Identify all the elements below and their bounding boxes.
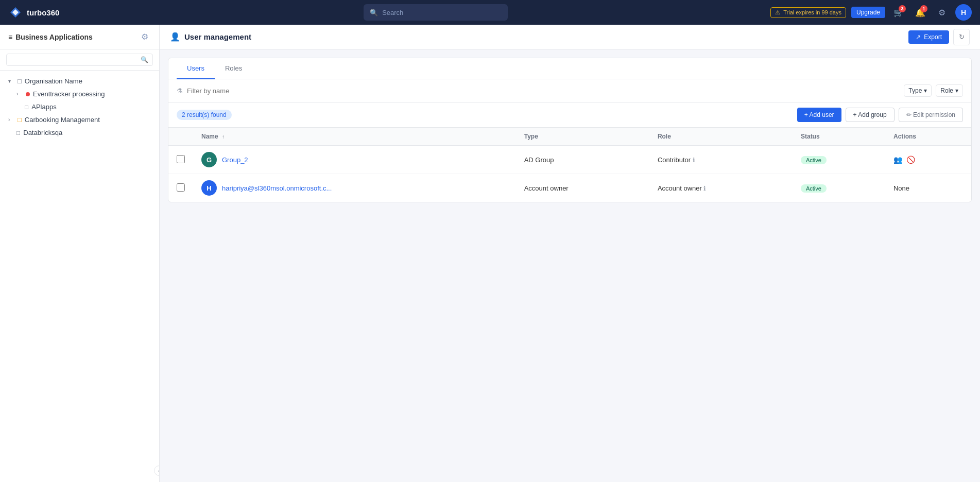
page-title: 👤 User management xyxy=(170,32,251,42)
filter-dropdowns: Type ▾ Role ▾ xyxy=(904,84,963,97)
remove-user-icon[interactable]: 🚫 xyxy=(906,156,915,164)
row-type-cell: AD Group xyxy=(516,146,649,174)
sidebar-search-area: 🔍 xyxy=(0,49,159,71)
manage-users-icon[interactable]: 👥 xyxy=(893,156,902,164)
folder-orange-icon: □ xyxy=(18,116,22,124)
sidebar-item-label-eventtracker: Eventtracker processing xyxy=(33,90,105,98)
user-name-link[interactable]: Group_2 xyxy=(222,156,248,164)
gear-icon: ⚙ xyxy=(938,8,945,18)
user-management-icon: 👤 xyxy=(170,32,180,42)
header-status: Status xyxy=(793,128,885,146)
sidebar-item-label-aplapps: APlapps xyxy=(31,103,56,111)
search-bar[interactable]: 🔍 xyxy=(364,4,508,21)
sidebar-item-carbooking[interactable]: › □ Carbooking Management xyxy=(0,113,159,126)
sidebar-search-bar[interactable]: 🔍 xyxy=(6,54,153,66)
notifications-cart-button[interactable]: 🛒 3 xyxy=(890,4,907,21)
status-badge: Active xyxy=(801,156,827,164)
search-area: 🔍 xyxy=(107,4,764,21)
chevron-down-icon: ▾ xyxy=(955,87,958,94)
add-user-button[interactable]: + Add user xyxy=(797,108,841,122)
sidebar-item-label-org: Organisation Name xyxy=(25,77,82,85)
refresh-icon: ↻ xyxy=(959,33,965,41)
search-icon: 🔍 xyxy=(370,9,378,16)
sidebar-item-label-carbooking: Carbooking Management xyxy=(25,116,100,124)
users-table-wrap: Name ↑ Type Role Status Actions xyxy=(168,128,971,202)
main-header: 👤 User management ↗ Export ↻ xyxy=(160,25,980,49)
role-dropdown[interactable]: Role ▾ xyxy=(936,84,963,97)
app-name: turbo360 xyxy=(27,8,59,17)
header-actions: Actions xyxy=(885,128,971,146)
actions-none-label: None xyxy=(893,184,909,192)
type-dropdown[interactable]: Type ▾ xyxy=(904,84,932,97)
row-name-cell: G Group_2 xyxy=(193,146,516,174)
user-avatar-button[interactable]: H xyxy=(955,4,972,21)
row-actions-cell: None xyxy=(885,174,971,202)
info-icon[interactable]: ℹ xyxy=(693,157,695,164)
sort-icon: ↑ xyxy=(222,134,225,140)
status-badge: Active xyxy=(801,184,827,193)
row-checkbox[interactable] xyxy=(177,155,185,163)
avatar: G xyxy=(201,152,217,167)
app-logo[interactable]: turbo360 xyxy=(8,5,101,20)
sidebar-title: ≡ Business Applications xyxy=(8,33,93,41)
folder-icon: □ xyxy=(16,129,20,136)
row-checkbox[interactable] xyxy=(177,183,185,192)
sidebar-item-eventtracker[interactable]: › Eventtracker processing xyxy=(0,88,159,100)
top-navbar: turbo360 🔍 ⚠ Trial expires in 99 days Up… xyxy=(0,0,980,25)
search-icon: 🔍 xyxy=(141,56,148,63)
table-header-row: Name ↑ Type Role Status Actions xyxy=(168,128,971,146)
trial-badge: ⚠ Trial expires in 99 days xyxy=(770,7,846,18)
tab-users[interactable]: Users xyxy=(177,58,215,79)
edit-permission-button[interactable]: ✏ Edit permission xyxy=(899,108,963,122)
folder-icon: □ xyxy=(18,77,22,85)
header-role: Role xyxy=(649,128,793,146)
chevron-left-icon: ‹ xyxy=(158,468,160,474)
user-name-link[interactable]: haripriya@sl360msol.onmicrosoft.c... xyxy=(222,184,332,192)
export-icon: ↗ xyxy=(916,33,921,41)
sidebar-settings-button[interactable]: ⚙ xyxy=(139,31,151,43)
chevron-right-icon: › xyxy=(8,117,14,123)
users-table: Name ↑ Type Role Status Actions xyxy=(168,128,971,202)
row-check-cell xyxy=(168,174,193,202)
avatar: H xyxy=(201,180,217,196)
settings-button[interactable]: ⚙ xyxy=(934,4,950,21)
alerts-button[interactable]: 🔔 1 xyxy=(912,4,929,21)
export-button[interactable]: ↗ Export xyxy=(908,30,949,44)
sidebar-item-org[interactable]: ▾ □ Organisation Name xyxy=(0,75,159,88)
table-row: H haripriya@sl360msol.onmicrosoft.c... A… xyxy=(168,174,971,202)
row-status-cell: Active xyxy=(793,174,885,202)
sidebar-search-input[interactable] xyxy=(11,56,137,63)
alerts-badge: 1 xyxy=(920,5,927,12)
filter-bar: ⚗ Type ▾ Role ▾ xyxy=(168,79,971,102)
header-name[interactable]: Name ↑ xyxy=(193,128,516,146)
info-icon[interactable]: ℹ xyxy=(703,185,706,192)
upgrade-button[interactable]: Upgrade xyxy=(851,7,885,18)
row-name-cell: H haripriya@sl360msol.onmicrosoft.c... xyxy=(193,174,516,202)
cart-badge: 3 xyxy=(899,5,906,12)
search-input[interactable] xyxy=(382,9,502,16)
status-dot-red xyxy=(26,92,30,96)
refresh-button[interactable]: ↻ xyxy=(953,29,970,45)
folder-icon: □ xyxy=(25,104,28,111)
toolbar-actions: + Add user + Add group ✏ Edit permission xyxy=(797,108,963,122)
sidebar-item-aplapps[interactable]: □ APlapps xyxy=(0,100,159,113)
add-group-button[interactable]: + Add group xyxy=(846,108,895,122)
results-count-badge: 2 result(s) found xyxy=(177,110,232,120)
sidebar-nav: ▾ □ Organisation Name › Eventtracker pro… xyxy=(0,71,159,482)
app-layout: ≡ Business Applications ⚙ 🔍 ▾ □ Organisa… xyxy=(0,25,980,482)
tabs-bar: Users Roles xyxy=(168,58,971,79)
warning-icon: ⚠ xyxy=(775,9,780,16)
main-content: 👤 User management ↗ Export ↻ Users xyxy=(160,25,980,482)
gear-icon: ⚙ xyxy=(141,32,148,42)
chevron-right-icon: › xyxy=(16,91,23,97)
sidebar-item-databricksqa[interactable]: □ Databricksqa xyxy=(0,126,159,139)
main-header-actions: ↗ Export ↻ xyxy=(908,29,970,45)
chevron-down-icon: ▾ xyxy=(8,78,14,84)
tab-roles[interactable]: Roles xyxy=(215,58,252,79)
row-role-cell: Contributor ℹ xyxy=(649,146,793,174)
row-status-cell: Active xyxy=(793,146,885,174)
filter-icon: ⚗ xyxy=(177,87,183,95)
header-check xyxy=(168,128,193,146)
filter-input[interactable] xyxy=(187,87,898,95)
apps-icon: ≡ xyxy=(8,33,12,41)
